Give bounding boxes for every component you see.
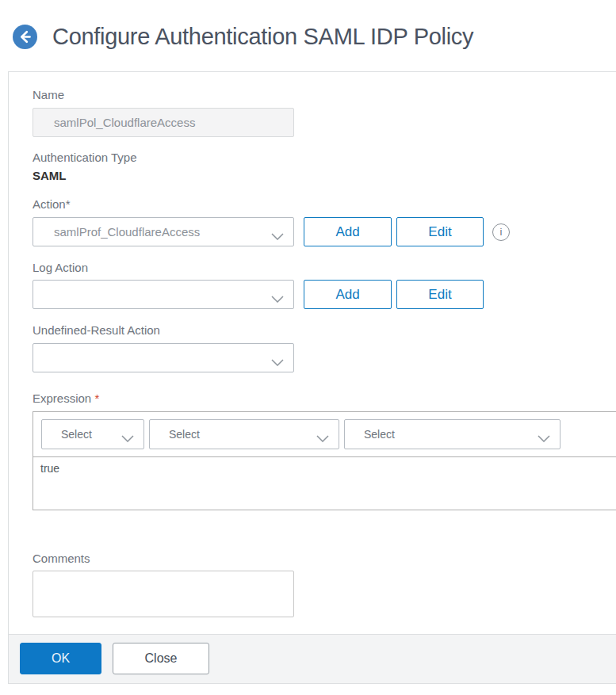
footer-bar: OK Close: [9, 634, 616, 684]
chevron-down-icon: [271, 355, 284, 362]
name-label: Name: [33, 88, 616, 102]
page-header: Configure Authentication SAML IDP Policy: [13, 24, 473, 50]
ok-button[interactable]: OK: [20, 643, 101, 674]
auth-type-value: SAML: [33, 169, 616, 182]
action-add-button[interactable]: Add: [304, 217, 392, 246]
action-select[interactable]: samlProf_CloudflareAccess: [33, 217, 294, 246]
form-panel: Name Authentication Type SAML Action* sa…: [8, 71, 616, 684]
auth-type-label: Authentication Type: [33, 151, 616, 165]
arrow-left-circle-icon: [13, 40, 37, 52]
expression-textarea[interactable]: true: [33, 456, 616, 510]
undefined-result-action-label: Undefined-Result Action: [33, 323, 616, 338]
expression-select-3-value: Select: [345, 420, 560, 449]
name-field: [33, 108, 294, 137]
action-edit-button[interactable]: Edit: [396, 217, 484, 246]
action-label: Action*: [33, 197, 616, 212]
comments-textarea[interactable]: [33, 571, 294, 617]
page-title: Configure Authentication SAML IDP Policy: [52, 24, 473, 50]
expression-editor: Select Select Select: [33, 411, 616, 510]
log-action-add-button[interactable]: Add: [304, 280, 392, 309]
log-action-select[interactable]: [33, 280, 294, 309]
info-icon[interactable]: i: [492, 223, 510, 241]
expression-select-2[interactable]: Select: [149, 419, 339, 449]
close-button[interactable]: Close: [113, 643, 209, 674]
expression-select-1[interactable]: Select: [41, 419, 144, 449]
expression-toolbar: Select Select Select: [33, 412, 616, 456]
expression-select-2-value: Select: [150, 420, 339, 449]
comments-label: Comments: [33, 552, 616, 566]
required-asterisk: *: [94, 391, 99, 405]
action-select-value: samlProf_CloudflareAccess: [33, 218, 293, 246]
undefined-result-action-select[interactable]: [33, 343, 294, 372]
log-action-edit-button[interactable]: Edit: [396, 280, 484, 309]
expression-label: Expression *: [33, 391, 616, 406]
expression-select-1-value: Select: [42, 420, 143, 449]
expression-select-3[interactable]: Select: [344, 419, 561, 449]
chevron-down-icon: [271, 292, 284, 299]
log-action-label: Log Action: [33, 261, 616, 275]
back-button[interactable]: [13, 25, 37, 49]
